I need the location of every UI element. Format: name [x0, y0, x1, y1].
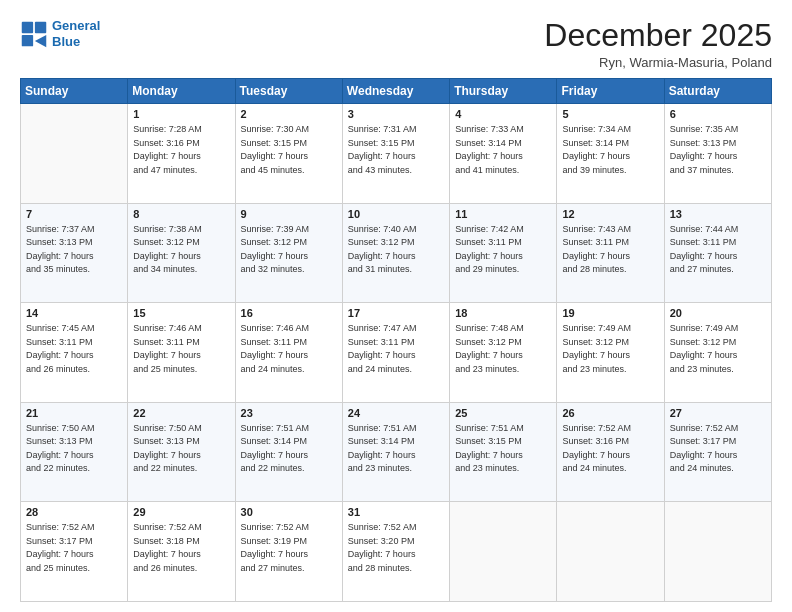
week-row-3: 21Sunrise: 7:50 AM Sunset: 3:13 PM Dayli…: [21, 402, 772, 502]
col-header-friday: Friday: [557, 79, 664, 104]
calendar-cell: 31Sunrise: 7:52 AM Sunset: 3:20 PM Dayli…: [342, 502, 449, 602]
day-info: Sunrise: 7:40 AM Sunset: 3:12 PM Dayligh…: [348, 223, 444, 277]
calendar-cell: 20Sunrise: 7:49 AM Sunset: 3:12 PM Dayli…: [664, 303, 771, 403]
day-info: Sunrise: 7:28 AM Sunset: 3:16 PM Dayligh…: [133, 123, 229, 177]
calendar-cell: 9Sunrise: 7:39 AM Sunset: 3:12 PM Daylig…: [235, 203, 342, 303]
day-info: Sunrise: 7:52 AM Sunset: 3:17 PM Dayligh…: [26, 521, 122, 575]
day-info: Sunrise: 7:52 AM Sunset: 3:17 PM Dayligh…: [670, 422, 766, 476]
day-number: 6: [670, 108, 766, 120]
logo-line1: General: [52, 18, 100, 33]
day-number: 9: [241, 208, 337, 220]
calendar-cell: 7Sunrise: 7:37 AM Sunset: 3:13 PM Daylig…: [21, 203, 128, 303]
calendar-cell: 29Sunrise: 7:52 AM Sunset: 3:18 PM Dayli…: [128, 502, 235, 602]
calendar-cell: 21Sunrise: 7:50 AM Sunset: 3:13 PM Dayli…: [21, 402, 128, 502]
day-info: Sunrise: 7:50 AM Sunset: 3:13 PM Dayligh…: [26, 422, 122, 476]
day-number: 17: [348, 307, 444, 319]
day-number: 12: [562, 208, 658, 220]
calendar-cell: 27Sunrise: 7:52 AM Sunset: 3:17 PM Dayli…: [664, 402, 771, 502]
day-info: Sunrise: 7:49 AM Sunset: 3:12 PM Dayligh…: [562, 322, 658, 376]
day-number: 21: [26, 407, 122, 419]
col-header-monday: Monday: [128, 79, 235, 104]
col-header-thursday: Thursday: [450, 79, 557, 104]
day-info: Sunrise: 7:43 AM Sunset: 3:11 PM Dayligh…: [562, 223, 658, 277]
calendar-cell: 2Sunrise: 7:30 AM Sunset: 3:15 PM Daylig…: [235, 104, 342, 204]
day-info: Sunrise: 7:38 AM Sunset: 3:12 PM Dayligh…: [133, 223, 229, 277]
calendar-cell: 28Sunrise: 7:52 AM Sunset: 3:17 PM Dayli…: [21, 502, 128, 602]
day-number: 28: [26, 506, 122, 518]
calendar-cell: 3Sunrise: 7:31 AM Sunset: 3:15 PM Daylig…: [342, 104, 449, 204]
day-number: 27: [670, 407, 766, 419]
day-info: Sunrise: 7:52 AM Sunset: 3:20 PM Dayligh…: [348, 521, 444, 575]
day-info: Sunrise: 7:35 AM Sunset: 3:13 PM Dayligh…: [670, 123, 766, 177]
day-number: 2: [241, 108, 337, 120]
calendar-cell: 11Sunrise: 7:42 AM Sunset: 3:11 PM Dayli…: [450, 203, 557, 303]
day-info: Sunrise: 7:52 AM Sunset: 3:18 PM Dayligh…: [133, 521, 229, 575]
logo-line2: Blue: [52, 34, 80, 49]
day-number: 13: [670, 208, 766, 220]
day-info: Sunrise: 7:50 AM Sunset: 3:13 PM Dayligh…: [133, 422, 229, 476]
day-number: 23: [241, 407, 337, 419]
calendar-cell: [450, 502, 557, 602]
logo-icon: [20, 20, 48, 48]
day-number: 4: [455, 108, 551, 120]
day-number: 29: [133, 506, 229, 518]
calendar-cell: 14Sunrise: 7:45 AM Sunset: 3:11 PM Dayli…: [21, 303, 128, 403]
logo: General Blue: [20, 18, 100, 49]
calendar-cell: 4Sunrise: 7:33 AM Sunset: 3:14 PM Daylig…: [450, 104, 557, 204]
day-number: 15: [133, 307, 229, 319]
day-info: Sunrise: 7:42 AM Sunset: 3:11 PM Dayligh…: [455, 223, 551, 277]
svg-rect-0: [22, 21, 33, 32]
col-header-saturday: Saturday: [664, 79, 771, 104]
day-number: 19: [562, 307, 658, 319]
day-info: Sunrise: 7:51 AM Sunset: 3:14 PM Dayligh…: [241, 422, 337, 476]
day-info: Sunrise: 7:34 AM Sunset: 3:14 PM Dayligh…: [562, 123, 658, 177]
day-info: Sunrise: 7:47 AM Sunset: 3:11 PM Dayligh…: [348, 322, 444, 376]
day-number: 30: [241, 506, 337, 518]
calendar-cell: 6Sunrise: 7:35 AM Sunset: 3:13 PM Daylig…: [664, 104, 771, 204]
svg-rect-2: [22, 34, 33, 45]
day-info: Sunrise: 7:52 AM Sunset: 3:19 PM Dayligh…: [241, 521, 337, 575]
calendar-cell: 16Sunrise: 7:46 AM Sunset: 3:11 PM Dayli…: [235, 303, 342, 403]
calendar-cell: [664, 502, 771, 602]
day-info: Sunrise: 7:45 AM Sunset: 3:11 PM Dayligh…: [26, 322, 122, 376]
calendar-cell: 26Sunrise: 7:52 AM Sunset: 3:16 PM Dayli…: [557, 402, 664, 502]
title-block: December 2025 Ryn, Warmia-Masuria, Polan…: [544, 18, 772, 70]
day-number: 22: [133, 407, 229, 419]
day-number: 18: [455, 307, 551, 319]
col-header-tuesday: Tuesday: [235, 79, 342, 104]
col-header-wednesday: Wednesday: [342, 79, 449, 104]
calendar-cell: [21, 104, 128, 204]
day-number: 16: [241, 307, 337, 319]
col-header-sunday: Sunday: [21, 79, 128, 104]
day-info: Sunrise: 7:33 AM Sunset: 3:14 PM Dayligh…: [455, 123, 551, 177]
calendar-cell: 18Sunrise: 7:48 AM Sunset: 3:12 PM Dayli…: [450, 303, 557, 403]
week-row-1: 7Sunrise: 7:37 AM Sunset: 3:13 PM Daylig…: [21, 203, 772, 303]
calendar-cell: 5Sunrise: 7:34 AM Sunset: 3:14 PM Daylig…: [557, 104, 664, 204]
calendar-cell: 19Sunrise: 7:49 AM Sunset: 3:12 PM Dayli…: [557, 303, 664, 403]
day-info: Sunrise: 7:37 AM Sunset: 3:13 PM Dayligh…: [26, 223, 122, 277]
week-row-4: 28Sunrise: 7:52 AM Sunset: 3:17 PM Dayli…: [21, 502, 772, 602]
day-info: Sunrise: 7:49 AM Sunset: 3:12 PM Dayligh…: [670, 322, 766, 376]
calendar-cell: 30Sunrise: 7:52 AM Sunset: 3:19 PM Dayli…: [235, 502, 342, 602]
day-number: 7: [26, 208, 122, 220]
day-info: Sunrise: 7:46 AM Sunset: 3:11 PM Dayligh…: [133, 322, 229, 376]
day-info: Sunrise: 7:31 AM Sunset: 3:15 PM Dayligh…: [348, 123, 444, 177]
week-row-0: 1Sunrise: 7:28 AM Sunset: 3:16 PM Daylig…: [21, 104, 772, 204]
day-number: 11: [455, 208, 551, 220]
day-number: 20: [670, 307, 766, 319]
calendar-cell: 8Sunrise: 7:38 AM Sunset: 3:12 PM Daylig…: [128, 203, 235, 303]
day-info: Sunrise: 7:52 AM Sunset: 3:16 PM Dayligh…: [562, 422, 658, 476]
day-info: Sunrise: 7:51 AM Sunset: 3:15 PM Dayligh…: [455, 422, 551, 476]
calendar-cell: 15Sunrise: 7:46 AM Sunset: 3:11 PM Dayli…: [128, 303, 235, 403]
day-number: 5: [562, 108, 658, 120]
svg-marker-3: [35, 34, 46, 46]
day-info: Sunrise: 7:48 AM Sunset: 3:12 PM Dayligh…: [455, 322, 551, 376]
week-row-2: 14Sunrise: 7:45 AM Sunset: 3:11 PM Dayli…: [21, 303, 772, 403]
month-title: December 2025: [544, 18, 772, 53]
day-number: 25: [455, 407, 551, 419]
calendar-cell: 13Sunrise: 7:44 AM Sunset: 3:11 PM Dayli…: [664, 203, 771, 303]
day-info: Sunrise: 7:30 AM Sunset: 3:15 PM Dayligh…: [241, 123, 337, 177]
day-number: 1: [133, 108, 229, 120]
svg-rect-1: [35, 21, 46, 32]
day-number: 24: [348, 407, 444, 419]
